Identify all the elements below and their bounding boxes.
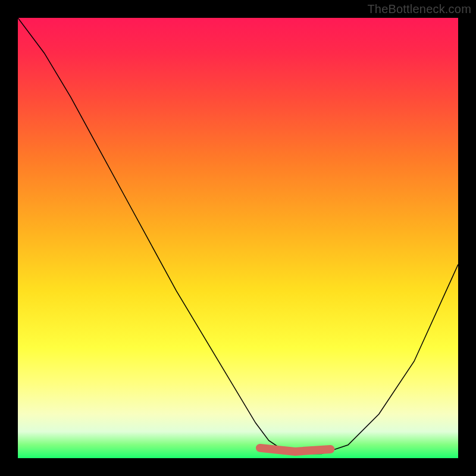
watermark-text: TheBottleneck.com [367,2,471,16]
highlight-band [260,448,330,452]
bottleneck-curve [18,18,458,454]
chart-stage: TheBottleneck.com [0,0,476,476]
plot-svg [18,18,458,458]
plot-area [18,18,458,458]
